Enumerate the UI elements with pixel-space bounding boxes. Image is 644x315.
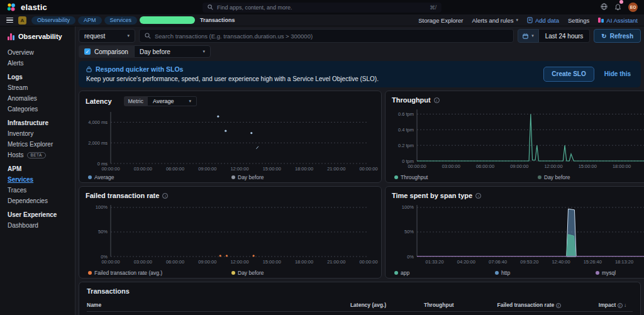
time-range-button[interactable]: Last 24 hours [539,29,591,43]
svg-text:03:00:00: 03:00:00 [134,166,152,172]
legend-item[interactable]: Day before [231,270,375,276]
breadcrumb-apm[interactable]: APM [78,16,102,25]
sidebar-item-hosts[interactable]: HostsBETA [8,152,71,158]
info-icon[interactable]: i [556,303,561,308]
span-type-chart[interactable]: 0%50%100%01:33:2004:20:0007:06:4009:53:2… [392,201,644,264]
search-icon [145,33,151,39]
sidebar-item-categories[interactable]: Categories [8,106,71,113]
slo-icon [86,66,92,72]
refresh-button[interactable]: ↻ Refresh [594,29,641,43]
guided-setup-icon[interactable] [601,3,608,11]
svg-text:03:00:00: 03:00:00 [134,259,152,265]
svg-text:12:40:00: 12:40:00 [552,259,570,265]
legend-item[interactable]: Day before [538,174,644,180]
svg-text:0.4 tpm: 0.4 tpm [398,127,414,133]
svg-text:03:00:00: 03:00:00 [442,163,460,169]
column-header-name[interactable]: Name [87,302,305,308]
legend-item[interactable]: mysql [596,270,644,276]
sidebar-item-overview[interactable]: Overview [8,49,71,56]
sidebar-item-metrics-explorer[interactable]: Metrics Explorer [8,141,71,148]
svg-text:06:00:00: 06:00:00 [476,163,494,169]
user-avatar[interactable]: EO [628,3,638,12]
sort-desc-icon[interactable]: ↓ [624,302,626,308]
global-search-input[interactable]: Find apps, content, and more. ⌘/ [203,3,441,13]
span-type-title[interactable]: Time spent by span type [392,192,472,199]
throughput-panel: Throughput i 0 tpm0.2 tpm0.4 tpm0.6 tpm0… [385,91,644,183]
throughput-chart[interactable]: 0 tpm0.2 tpm0.4 tpm0.6 tpm00:00:0003:00:… [392,106,644,169]
date-picker-button[interactable]: ▾ [518,29,539,43]
column-header-impact[interactable]: Impact i ↓ [572,302,632,308]
latency-chart[interactable]: 0 ms2,000 ms4,000 ms00:00:0003:00:0006:0… [86,108,375,171]
svg-text:04:20:00: 04:20:00 [457,259,475,265]
info-icon[interactable]: i [475,193,481,199]
legend-item[interactable]: Day before [231,174,375,180]
legend-item[interactable]: app [394,270,495,276]
comparison-checkbox[interactable]: ✓ [84,48,91,55]
breadcrumb-services[interactable]: Services [104,16,138,25]
throughput-legend: ThroughputDay before [392,174,644,180]
svg-text:06:00:00: 06:00:00 [166,166,184,172]
svg-text:4,000 ms: 4,000 ms [88,119,108,125]
latency-legend: AverageDay before [86,174,375,180]
legend-item[interactable]: Average [88,174,231,180]
breadcrumb-current: Transactions [200,17,235,23]
legend-item[interactable]: Failed transaction rate (avg.) [88,270,231,276]
legend-item[interactable]: http [495,270,596,276]
slo-banner-title[interactable]: Respond quicker with SLOs [96,65,183,73]
observability-logo-icon [8,33,14,40]
ai-assistant-icon [598,18,604,23]
alerts-and-rules-menu[interactable]: Alerts and rules▾ [472,17,518,24]
svg-text:2,000 ms: 2,000 ms [88,140,108,146]
svg-text:00:00:00: 00:00:00 [101,259,119,265]
info-icon[interactable]: i [618,303,623,308]
latency-metric-select[interactable]: Average▾ [148,96,197,106]
svg-text:18:00:00: 18:00:00 [613,163,631,169]
notifications-bell-icon[interactable] [614,2,621,13]
svg-text:15:00:00: 15:00:00 [579,163,597,169]
legend-dot-icon [596,271,599,275]
chevron-down-icon: ▾ [127,33,130,38]
add-data-link[interactable]: Add data [527,17,559,24]
chevron-down-icon: ▾ [203,49,205,54]
svg-text:12:00:00: 12:00:00 [230,259,248,265]
hide-this-button[interactable]: Hide this [604,70,631,77]
failed-rate-chart[interactable]: 0%50%100%00:00:0003:00:0006:00:0009:00:0… [86,201,375,264]
sidebar-item-services[interactable]: Services [8,176,71,183]
latency-title[interactable]: Latency [86,97,112,105]
space-badge[interactable]: A [18,16,26,25]
breadcrumb-observability[interactable]: Observability [31,16,75,25]
sidebar-item-dashboard[interactable]: Dashboard [8,222,71,229]
chevron-down-icon: ▾ [189,99,191,104]
svg-text:0.2 tpm: 0.2 tpm [398,143,414,148]
ai-assistant-button[interactable]: AI Assistant [598,17,638,24]
failed-rate-title[interactable]: Failed transaction rate [86,192,159,199]
legend-item[interactable]: Throughput [394,174,538,180]
sidebar-item-traces[interactable]: Traces [8,187,71,194]
menu-icon[interactable] [6,18,13,23]
legend-dot-icon [88,175,92,179]
sidebar-item-stream[interactable]: Stream [8,84,71,91]
transactions-search-input[interactable]: Search transactions (E.g. transaction.du… [139,29,514,43]
svg-text:18:00:00: 18:00:00 [295,166,313,172]
create-slo-button[interactable]: Create SLO [543,67,594,82]
shortcut-hint: ⌘/ [430,4,436,11]
comparison-select[interactable]: Day before▾ [134,45,211,58]
storage-explorer-link[interactable]: Storage Explorer [418,17,463,24]
throughput-title[interactable]: Throughput [392,96,431,104]
elastic-logo-icon[interactable] [6,3,16,12]
sidebar-item-anomalies[interactable]: Anomalies [8,95,71,102]
svg-text:50%: 50% [98,229,108,235]
breadcrumb-service-name-redacted[interactable] [140,16,195,24]
search-icon [208,4,213,10]
sidebar-item-dependencies[interactable]: Dependencies [8,197,71,204]
info-icon[interactable]: i [434,97,440,103]
info-icon[interactable]: i [162,193,168,199]
column-header-latency-avg-[interactable]: Latency (avg.) [305,302,392,308]
column-header-throughput[interactable]: Throughput [392,302,486,308]
sidebar-item-alerts[interactable]: Alerts [8,60,71,67]
column-header-failed-transaction-rate[interactable]: Failed transaction rate i [486,302,573,308]
sidebar-item-inventory[interactable]: Inventory [8,130,71,137]
settings-link[interactable]: Settings [568,17,589,24]
breadcrumb-bar: A Observability APM Services Transaction… [0,14,644,26]
transaction-type-select[interactable]: request▾ [79,29,135,43]
